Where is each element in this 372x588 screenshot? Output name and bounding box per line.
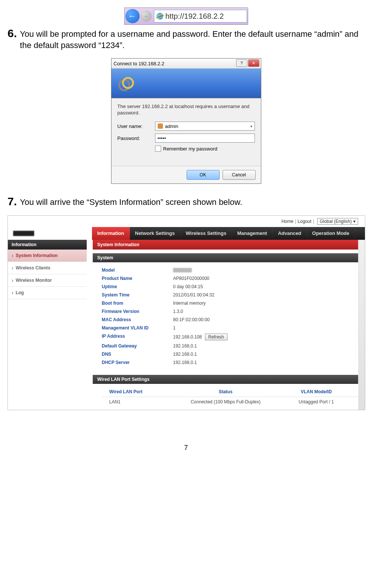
chevron-right-icon: › — [12, 265, 14, 271]
lan-col-port: Wired LAN Port — [102, 389, 177, 394]
dialog-prompt: The server 192.168.2.2 at localhost requ… — [117, 104, 255, 116]
chevron-right-icon: › — [12, 253, 14, 259]
system-table: Model Product NameAP801F02000000 Uptime0… — [93, 262, 358, 371]
refresh-button[interactable]: Refresh — [205, 334, 227, 340]
brand-logo — [8, 227, 92, 240]
browser-address-bar: ← → http://192.168.2.2 — [124, 8, 248, 25]
logout-link[interactable]: Logout — [298, 219, 312, 224]
forward-icon: → — [140, 11, 152, 22]
row-boot-from: Boot fromInternal memory — [102, 299, 351, 307]
nav-network-settings[interactable]: Network Settings — [130, 227, 181, 240]
password-input[interactable]: ••••• — [155, 134, 255, 143]
step-7-number: 7. — [8, 195, 17, 208]
remember-label: Remember my password — [163, 146, 218, 152]
url-text: http://192.168.2.2 — [166, 12, 224, 21]
cancel-button[interactable]: Cancel — [223, 170, 256, 180]
step-7: 7. You will arrive the “System Informati… — [8, 195, 364, 208]
row-product-name: Product NameAP801F02000000 — [102, 274, 351, 283]
model-value-redacted — [173, 268, 192, 272]
close-icon[interactable]: ✕ — [248, 59, 259, 67]
sidebar-heading: Information — [8, 240, 87, 250]
row-model: Model — [102, 266, 351, 274]
nav-wireless-settings[interactable]: Wireless Settings — [181, 227, 232, 240]
nav-management[interactable]: Management — [232, 227, 273, 240]
password-value: ••••• — [158, 135, 166, 141]
chevron-right-icon: › — [12, 277, 14, 283]
page-number: 7 — [8, 444, 364, 452]
language-select[interactable]: Global (English) ▾ — [317, 218, 358, 225]
dialog-titlebar: Connect to 192.168.2.2 ? ✕ — [111, 59, 261, 69]
dialog-title-text: Connect to 192.168.2.2 — [114, 61, 164, 66]
system-info-screenshot: Home | Logout | Global (English) ▾ Infor… — [8, 215, 365, 410]
chevron-right-icon: › — [12, 290, 14, 296]
step-6-text: You will be prompted for a username and … — [20, 27, 364, 51]
sidebar-item-system-information[interactable]: ›System Information — [8, 250, 87, 262]
row-dns: DNS192.168.0.1 — [102, 350, 351, 358]
home-link[interactable]: Home — [282, 219, 294, 224]
sidebar-item-log[interactable]: ›Log — [8, 287, 87, 299]
username-input[interactable]: admin ▾ — [155, 122, 255, 131]
row-system-time: System Time2012/01/01 00:04:32 — [102, 291, 351, 299]
dialog-banner — [111, 69, 261, 98]
help-icon[interactable]: ? — [236, 59, 247, 67]
sidebar-item-wireless-monitor[interactable]: ›Wireless Monitor — [8, 274, 87, 287]
step-7-text: You will arrive the “System Information”… — [20, 195, 242, 208]
lan-col-status: Status — [177, 389, 274, 394]
username-label: User name: — [117, 123, 155, 129]
row-firmware: Firmware Version1.3.0 — [102, 307, 351, 316]
row-vlan-id: Management VLAN ID1 — [102, 324, 351, 332]
chevron-down-icon: ▾ — [353, 219, 355, 224]
section-system: System — [93, 253, 358, 262]
step-6: 6. You will be prompted for a username a… — [8, 27, 364, 51]
row-ip-address: IP Address192.168.0.108Refresh — [102, 332, 351, 342]
keys-icon — [118, 77, 137, 92]
step-6-number: 6. — [8, 27, 17, 39]
top-links: Home | Logout | Global (English) ▾ — [8, 216, 365, 227]
username-value: admin — [165, 123, 178, 129]
nav-advanced[interactable]: Advanced — [273, 227, 307, 240]
lan-row-1: LAN1 Connected (100 Mbps Full-Duplex) Un… — [102, 397, 358, 407]
panel-title: System Information — [93, 240, 358, 250]
section-wired-lan: Wired LAN Port Settings — [93, 375, 358, 384]
ie-icon — [157, 13, 163, 20]
row-uptime: Uptime0 day 00:04:15 — [102, 283, 351, 291]
ok-button[interactable]: OK — [187, 170, 220, 180]
row-dhcp: DHCP Server192.168.0.1 — [102, 358, 351, 367]
auth-dialog: Connect to 192.168.2.2 ? ✕ The server 19… — [111, 58, 261, 184]
sidebar: Information ›System Information ›Wireles… — [8, 240, 87, 410]
password-label: Password: — [117, 135, 155, 141]
main-nav: Information Network Settings Wireless Se… — [8, 227, 365, 240]
back-icon: ← — [125, 9, 140, 23]
sidebar-item-wireless-clients[interactable]: ›Wireless Clients — [8, 262, 87, 274]
content-panel: System Information System Model Product … — [87, 240, 365, 410]
dropdown-icon[interactable]: ▾ — [250, 124, 252, 128]
lan-col-vlan: VLAN Mode/ID — [274, 389, 358, 394]
row-gateway: Default Gateway192.168.0.1 — [102, 342, 351, 350]
nav-operation-mode[interactable]: Operation Mode — [307, 227, 355, 240]
nav-information[interactable]: Information — [92, 227, 130, 240]
user-icon — [158, 123, 163, 129]
remember-checkbox[interactable] — [155, 146, 161, 152]
row-mac: MAC Address80:1F:02:00:00:00 — [102, 316, 351, 324]
lan-table: Wired LAN Port Status VLAN Mode/ID LAN1 … — [102, 387, 358, 407]
url-field: http://192.168.2.2 — [154, 10, 247, 23]
